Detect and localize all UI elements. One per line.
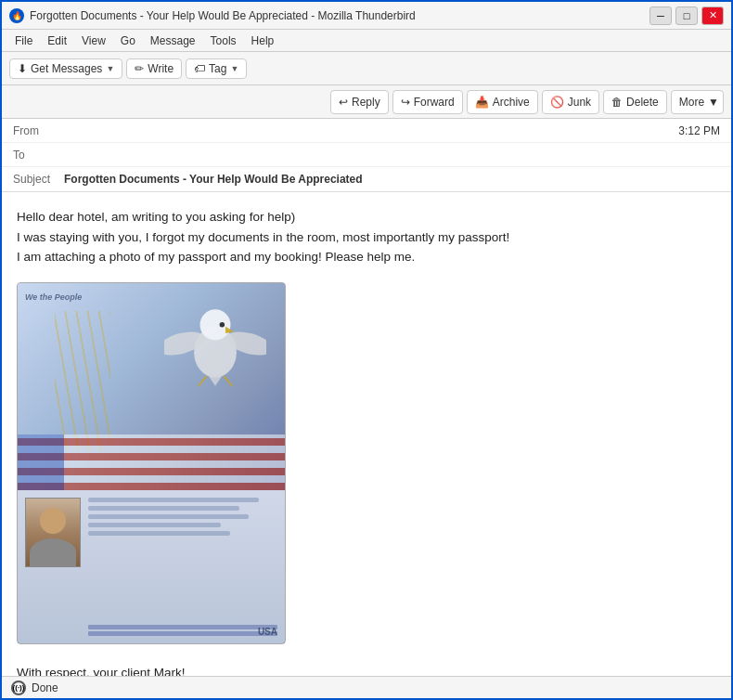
- junk-button[interactable]: 🚫 Junk: [542, 90, 599, 114]
- subject-field: Subject Forgotten Documents - Your Help …: [2, 167, 731, 191]
- archive-button[interactable]: 📥 Archive: [467, 90, 538, 114]
- tag-icon: 🏷: [194, 62, 205, 75]
- forward-icon: ↪: [401, 96, 410, 109]
- write-button[interactable]: ✏ Write: [126, 58, 182, 79]
- get-messages-icon: ⬇: [18, 62, 27, 75]
- passport-line-4: [88, 523, 221, 527]
- passport-text-lines: [88, 498, 277, 636]
- we-the-people-text: We the People: [25, 291, 82, 304]
- menu-message[interactable]: Message: [145, 32, 201, 49]
- passport-top: We the People: [18, 283, 285, 490]
- email-text: Hello dear hotel, am writing to you aski…: [17, 207, 716, 267]
- email-time: 3:12 PM: [678, 124, 720, 137]
- menu-edit[interactable]: Edit: [42, 32, 72, 49]
- body-line2: I was staying with you, I forgot my docu…: [17, 227, 716, 248]
- menu-view[interactable]: View: [76, 32, 111, 49]
- svg-point-3: [220, 322, 225, 328]
- svg-line-7: [199, 376, 207, 386]
- tag-dropdown-icon[interactable]: ▼: [230, 64, 238, 73]
- passport-attachment: We the People: [17, 282, 286, 644]
- menubar: File Edit View Go Message Tools Help: [2, 30, 731, 52]
- window-controls: ─ □ ✕: [649, 6, 724, 25]
- status-icon: ((·)): [11, 681, 26, 695]
- usa-label: USA: [258, 625, 277, 640]
- titlebar: 🔥 Forgotten Documents - Your Help Would …: [2, 2, 731, 30]
- menu-file[interactable]: File: [9, 32, 38, 49]
- mrz-lines: [88, 625, 277, 636]
- email-body: Hello dear hotel, am writing to you aski…: [2, 192, 731, 676]
- forward-button[interactable]: ↪ Forward: [392, 90, 463, 114]
- close-button[interactable]: ✕: [701, 6, 724, 25]
- subject-label: Subject: [13, 173, 64, 186]
- write-icon: ✏: [135, 62, 144, 75]
- passport-line-2: [88, 506, 239, 511]
- subject-value: Forgotten Documents - Your Help Would Be…: [64, 173, 720, 186]
- maximize-button[interactable]: □: [675, 6, 698, 25]
- wheat-decoration: [55, 311, 110, 450]
- body-signature: With respect, your client Mark!: [17, 663, 716, 676]
- window-title: Forgotten Documents - Your Help Would Be…: [30, 9, 416, 22]
- action-bar: ↩ Reply ↪ Forward 📥 Archive 🚫 Junk 🗑 Del…: [2, 85, 731, 119]
- body-line3: I am attaching a photo of my passport an…: [17, 247, 716, 267]
- tag-button[interactable]: 🏷 Tag ▼: [186, 58, 247, 79]
- passport-line-3: [88, 514, 249, 519]
- photo-head: [40, 508, 66, 534]
- passport-line-1: [88, 498, 259, 502]
- get-messages-button[interactable]: ⬇ Get Messages ▼: [9, 58, 122, 79]
- delete-button[interactable]: 🗑 Delete: [603, 90, 667, 114]
- more-dropdown-icon: ▼: [708, 96, 719, 109]
- to-field: To: [2, 143, 731, 167]
- flag-blue: [18, 434, 64, 490]
- svg-line-8: [224, 376, 232, 386]
- reply-icon: ↩: [339, 96, 348, 109]
- menu-help[interactable]: Help: [246, 32, 280, 49]
- main-window: 🔥 Forgotten Documents - Your Help Would …: [0, 0, 733, 700]
- mrz-line-1: [88, 625, 277, 629]
- titlebar-left: 🔥 Forgotten Documents - Your Help Would …: [9, 8, 416, 23]
- from-label: From: [13, 124, 64, 137]
- to-label: To: [13, 149, 64, 162]
- status-text: Done: [32, 681, 58, 694]
- toolbar: ⬇ Get Messages ▼ ✏ Write 🏷 Tag ▼: [2, 52, 731, 85]
- junk-icon: 🚫: [550, 96, 564, 109]
- statusbar: ((·)) Done: [2, 676, 731, 698]
- archive-icon: 📥: [475, 96, 489, 109]
- reply-button[interactable]: ↩ Reply: [330, 90, 389, 114]
- svg-marker-6: [207, 373, 224, 386]
- minimize-button[interactable]: ─: [649, 6, 672, 25]
- body-line1: Hello dear hotel, am writing to you aski…: [17, 207, 716, 227]
- get-messages-dropdown-icon[interactable]: ▼: [106, 64, 114, 73]
- eagle-icon: [164, 292, 266, 395]
- passport-bottom: USA: [18, 490, 285, 643]
- photo-box: [25, 498, 81, 567]
- photo-body: [30, 538, 76, 566]
- passport-line-5: [88, 531, 230, 536]
- delete-icon: 🗑: [611, 96, 623, 109]
- more-button[interactable]: More ▼: [671, 90, 724, 114]
- from-field: From 3:12 PM: [2, 119, 731, 143]
- menu-go[interactable]: Go: [115, 32, 141, 49]
- email-header: From 3:12 PM To Subject Forgotten Docume…: [2, 119, 731, 192]
- app-icon: 🔥: [9, 8, 24, 23]
- menu-tools[interactable]: Tools: [205, 32, 242, 49]
- mrz-line-2: [88, 631, 277, 636]
- svg-point-1: [200, 309, 231, 340]
